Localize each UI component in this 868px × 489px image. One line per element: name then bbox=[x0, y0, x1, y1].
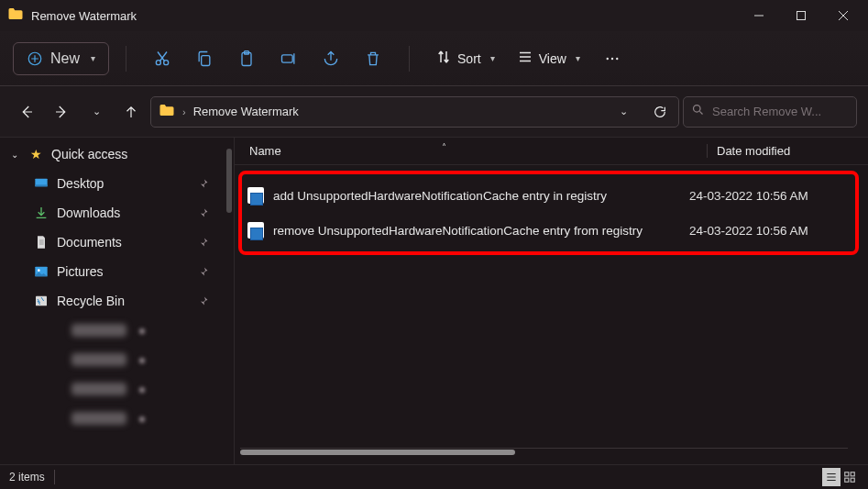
nav-bar: ⌄ › Remove Watermark ⌄ Search Remove W..… bbox=[0, 86, 868, 138]
sort-indicator-icon: ˄ bbox=[442, 142, 446, 152]
search-placeholder: Search Remove W... bbox=[712, 105, 821, 118]
sidebar-item-pictures[interactable]: Pictures bbox=[0, 257, 234, 286]
breadcrumb-segment[interactable]: Remove Watermark bbox=[193, 105, 299, 118]
pin-icon: ● bbox=[134, 322, 150, 339]
rename-icon[interactable] bbox=[269, 42, 308, 75]
minimize-button[interactable] bbox=[738, 0, 780, 31]
svg-rect-18 bbox=[851, 472, 854, 476]
svg-rect-13 bbox=[35, 184, 47, 186]
separator bbox=[409, 46, 410, 72]
sort-label: Sort bbox=[457, 51, 481, 66]
pin-icon bbox=[195, 293, 212, 309]
file-list: Name ˄ Date modified add UnsupportedHard… bbox=[235, 138, 868, 464]
share-icon[interactable] bbox=[312, 42, 350, 75]
maximize-button[interactable] bbox=[780, 0, 822, 31]
pin-icon bbox=[195, 205, 212, 221]
view-thumbnails-button[interactable] bbox=[841, 468, 859, 486]
chevron-down-icon: ▾ bbox=[576, 53, 580, 63]
reg-file-icon bbox=[247, 222, 264, 239]
address-bar[interactable]: › Remove Watermark ⌄ bbox=[150, 96, 679, 128]
file-row[interactable]: remove UnsupportedHardwareNotificationCa… bbox=[247, 213, 850, 248]
sidebar-item-quick-access[interactable]: ⌄ ★ Quick access bbox=[0, 139, 234, 169]
download-icon bbox=[33, 206, 49, 220]
sidebar-item-label: Downloads bbox=[57, 206, 188, 220]
svg-point-15 bbox=[38, 269, 40, 272]
folder-icon bbox=[7, 6, 24, 26]
sidebar-item-documents[interactable]: Documents bbox=[0, 228, 234, 257]
sidebar-item-desktop[interactable]: Desktop bbox=[0, 169, 234, 198]
search-input[interactable]: Search Remove W... bbox=[683, 96, 857, 128]
star-icon: ★ bbox=[27, 147, 44, 161]
view-details-button[interactable] bbox=[822, 468, 841, 486]
sidebar-item-redacted[interactable]: ● bbox=[0, 374, 234, 404]
sort-icon bbox=[435, 49, 452, 68]
more-button[interactable] bbox=[593, 42, 632, 75]
chevron-right-icon: › bbox=[182, 106, 186, 117]
separator bbox=[54, 470, 55, 484]
toolbar: New ▾ Sort ▾ View ▾ bbox=[0, 31, 868, 86]
search-icon bbox=[691, 103, 705, 120]
sidebar-item-redacted[interactable]: ● bbox=[0, 345, 234, 374]
copy-icon[interactable] bbox=[185, 42, 224, 75]
file-date: 24-03-2022 10:56 AM bbox=[689, 224, 850, 238]
file-name: remove UnsupportedHardwareNotificationCa… bbox=[273, 224, 643, 238]
up-button[interactable] bbox=[115, 94, 147, 130]
highlight-annotation: add UnsupportedHardwareNotificationCache… bbox=[238, 171, 859, 255]
sidebar-item-label: Desktop bbox=[57, 176, 188, 191]
chevron-down-icon: ⌄ bbox=[9, 150, 20, 160]
svg-rect-0 bbox=[797, 12, 806, 20]
sidebar-item-redacted[interactable]: ● bbox=[0, 316, 234, 345]
address-dropdown[interactable]: ⌄ bbox=[609, 97, 638, 127]
column-header-row: Name ˄ Date modified bbox=[235, 138, 868, 165]
file-row[interactable]: add UnsupportedHardwareNotificationCache… bbox=[247, 178, 850, 213]
status-bar: 2 items bbox=[0, 464, 868, 489]
status-item-count: 2 items bbox=[9, 471, 45, 483]
recycle-bin-icon bbox=[33, 294, 49, 308]
pin-icon: ● bbox=[134, 381, 150, 397]
chevron-down-icon: ▾ bbox=[91, 53, 95, 63]
pin-icon bbox=[195, 234, 212, 250]
pin-icon: ● bbox=[134, 410, 150, 427]
cut-icon[interactable] bbox=[143, 42, 181, 75]
delete-icon[interactable] bbox=[354, 42, 392, 75]
svg-point-11 bbox=[694, 106, 701, 113]
folder-icon bbox=[159, 102, 175, 122]
sidebar-item-label: Documents bbox=[57, 235, 188, 250]
view-label: View bbox=[539, 51, 566, 66]
svg-rect-17 bbox=[845, 472, 849, 476]
recent-locations-button[interactable]: ⌄ bbox=[81, 94, 112, 130]
refresh-button[interactable] bbox=[645, 97, 675, 127]
svg-point-8 bbox=[606, 57, 608, 59]
file-date: 24-03-2022 10:56 AM bbox=[689, 189, 850, 203]
sidebar: ⌄ ★ Quick access Desktop Downloads Docum… bbox=[0, 138, 235, 464]
list-icon bbox=[517, 49, 533, 68]
sidebar-item-downloads[interactable]: Downloads bbox=[0, 198, 234, 228]
view-button[interactable]: View ▾ bbox=[508, 41, 589, 75]
pin-icon bbox=[195, 175, 212, 192]
separator bbox=[126, 46, 126, 72]
svg-rect-20 bbox=[851, 478, 854, 482]
plus-circle-icon bbox=[27, 50, 43, 67]
sort-button[interactable]: Sort ▾ bbox=[426, 41, 504, 75]
new-button[interactable]: New ▾ bbox=[13, 42, 109, 75]
horizontal-scrollbar[interactable] bbox=[240, 448, 848, 455]
sidebar-item-label: Recycle Bin bbox=[57, 294, 188, 308]
column-header-name[interactable]: Name ˄ bbox=[249, 144, 699, 158]
close-button[interactable] bbox=[822, 0, 864, 31]
pin-icon: ● bbox=[134, 351, 150, 368]
new-button-label: New bbox=[50, 50, 80, 67]
file-name: add UnsupportedHardwareNotificationCache… bbox=[273, 189, 607, 203]
pictures-icon bbox=[33, 264, 49, 279]
column-header-date[interactable]: Date modified bbox=[707, 144, 853, 158]
forward-button[interactable] bbox=[46, 94, 77, 130]
sidebar-item-redacted[interactable]: ● bbox=[0, 404, 234, 433]
svg-rect-19 bbox=[845, 478, 849, 482]
sidebar-item-label: Quick access bbox=[51, 147, 225, 161]
document-icon bbox=[33, 235, 49, 250]
chevron-down-icon: ▾ bbox=[490, 53, 495, 63]
svg-rect-7 bbox=[282, 54, 293, 61]
sidebar-item-recycle-bin[interactable]: Recycle Bin bbox=[0, 286, 234, 316]
back-button[interactable] bbox=[11, 94, 42, 130]
paste-icon[interactable] bbox=[227, 42, 266, 75]
window-title: Remove Watermark bbox=[31, 9, 137, 23]
